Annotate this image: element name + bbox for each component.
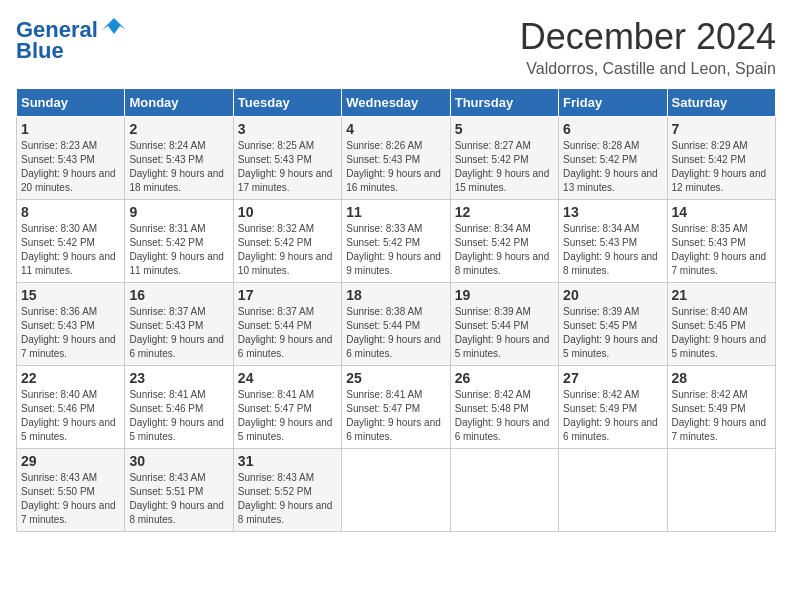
cell-text: Sunrise: 8:43 AMSunset: 5:52 PMDaylight:… (238, 472, 333, 525)
day-number: 28 (672, 370, 771, 386)
col-header-tuesday: Tuesday (233, 89, 341, 117)
calendar-cell: 7 Sunrise: 8:29 AMSunset: 5:42 PMDayligh… (667, 117, 775, 200)
calendar-cell: 5 Sunrise: 8:27 AMSunset: 5:42 PMDayligh… (450, 117, 558, 200)
calendar-cell: 28 Sunrise: 8:42 AMSunset: 5:49 PMDaylig… (667, 366, 775, 449)
day-number: 2 (129, 121, 228, 137)
cell-text: Sunrise: 8:38 AMSunset: 5:44 PMDaylight:… (346, 306, 441, 359)
day-number: 15 (21, 287, 120, 303)
calendar-cell: 31 Sunrise: 8:43 AMSunset: 5:52 PMDaylig… (233, 449, 341, 532)
day-number: 29 (21, 453, 120, 469)
day-number: 21 (672, 287, 771, 303)
calendar-cell: 25 Sunrise: 8:41 AMSunset: 5:47 PMDaylig… (342, 366, 450, 449)
calendar-cell (559, 449, 667, 532)
calendar-cell: 9 Sunrise: 8:31 AMSunset: 5:42 PMDayligh… (125, 200, 233, 283)
day-number: 7 (672, 121, 771, 137)
cell-text: Sunrise: 8:43 AMSunset: 5:51 PMDaylight:… (129, 472, 224, 525)
day-number: 17 (238, 287, 337, 303)
day-number: 4 (346, 121, 445, 137)
day-number: 14 (672, 204, 771, 220)
calendar-cell: 8 Sunrise: 8:30 AMSunset: 5:42 PMDayligh… (17, 200, 125, 283)
cell-text: Sunrise: 8:41 AMSunset: 5:47 PMDaylight:… (238, 389, 333, 442)
cell-text: Sunrise: 8:34 AMSunset: 5:42 PMDaylight:… (455, 223, 550, 276)
day-number: 13 (563, 204, 662, 220)
cell-text: Sunrise: 8:34 AMSunset: 5:43 PMDaylight:… (563, 223, 658, 276)
cell-text: Sunrise: 8:33 AMSunset: 5:42 PMDaylight:… (346, 223, 441, 276)
calendar-cell: 2 Sunrise: 8:24 AMSunset: 5:43 PMDayligh… (125, 117, 233, 200)
day-number: 27 (563, 370, 662, 386)
day-number: 1 (21, 121, 120, 137)
logo-bird-icon (100, 16, 128, 44)
day-number: 22 (21, 370, 120, 386)
cell-text: Sunrise: 8:32 AMSunset: 5:42 PMDaylight:… (238, 223, 333, 276)
cell-text: Sunrise: 8:25 AMSunset: 5:43 PMDaylight:… (238, 140, 333, 193)
cell-text: Sunrise: 8:39 AMSunset: 5:44 PMDaylight:… (455, 306, 550, 359)
calendar-table: SundayMondayTuesdayWednesdayThursdayFrid… (16, 88, 776, 532)
col-header-saturday: Saturday (667, 89, 775, 117)
col-header-sunday: Sunday (17, 89, 125, 117)
calendar-cell: 21 Sunrise: 8:40 AMSunset: 5:45 PMDaylig… (667, 283, 775, 366)
day-number: 19 (455, 287, 554, 303)
cell-text: Sunrise: 8:35 AMSunset: 5:43 PMDaylight:… (672, 223, 767, 276)
day-number: 26 (455, 370, 554, 386)
cell-text: Sunrise: 8:26 AMSunset: 5:43 PMDaylight:… (346, 140, 441, 193)
day-number: 16 (129, 287, 228, 303)
day-number: 6 (563, 121, 662, 137)
cell-text: Sunrise: 8:31 AMSunset: 5:42 PMDaylight:… (129, 223, 224, 276)
day-number: 12 (455, 204, 554, 220)
col-header-wednesday: Wednesday (342, 89, 450, 117)
cell-text: Sunrise: 8:30 AMSunset: 5:42 PMDaylight:… (21, 223, 116, 276)
day-number: 9 (129, 204, 228, 220)
day-number: 20 (563, 287, 662, 303)
calendar-cell: 20 Sunrise: 8:39 AMSunset: 5:45 PMDaylig… (559, 283, 667, 366)
calendar-cell (342, 449, 450, 532)
calendar-cell: 6 Sunrise: 8:28 AMSunset: 5:42 PMDayligh… (559, 117, 667, 200)
location-title: Valdorros, Castille and Leon, Spain (520, 60, 776, 78)
day-number: 23 (129, 370, 228, 386)
cell-text: Sunrise: 8:42 AMSunset: 5:48 PMDaylight:… (455, 389, 550, 442)
cell-text: Sunrise: 8:37 AMSunset: 5:43 PMDaylight:… (129, 306, 224, 359)
cell-text: Sunrise: 8:24 AMSunset: 5:43 PMDaylight:… (129, 140, 224, 193)
day-number: 24 (238, 370, 337, 386)
day-number: 10 (238, 204, 337, 220)
cell-text: Sunrise: 8:36 AMSunset: 5:43 PMDaylight:… (21, 306, 116, 359)
cell-text: Sunrise: 8:28 AMSunset: 5:42 PMDaylight:… (563, 140, 658, 193)
calendar-cell: 15 Sunrise: 8:36 AMSunset: 5:43 PMDaylig… (17, 283, 125, 366)
cell-text: Sunrise: 8:39 AMSunset: 5:45 PMDaylight:… (563, 306, 658, 359)
cell-text: Sunrise: 8:41 AMSunset: 5:47 PMDaylight:… (346, 389, 441, 442)
title-area: December 2024 Valdorros, Castille and Le… (520, 16, 776, 78)
day-number: 25 (346, 370, 445, 386)
calendar-cell: 19 Sunrise: 8:39 AMSunset: 5:44 PMDaylig… (450, 283, 558, 366)
month-title: December 2024 (520, 16, 776, 58)
day-number: 3 (238, 121, 337, 137)
cell-text: Sunrise: 8:43 AMSunset: 5:50 PMDaylight:… (21, 472, 116, 525)
calendar-cell: 23 Sunrise: 8:41 AMSunset: 5:46 PMDaylig… (125, 366, 233, 449)
calendar-cell: 27 Sunrise: 8:42 AMSunset: 5:49 PMDaylig… (559, 366, 667, 449)
calendar-cell: 16 Sunrise: 8:37 AMSunset: 5:43 PMDaylig… (125, 283, 233, 366)
cell-text: Sunrise: 8:42 AMSunset: 5:49 PMDaylight:… (563, 389, 658, 442)
col-header-thursday: Thursday (450, 89, 558, 117)
calendar-cell (667, 449, 775, 532)
logo-blue: Blue (16, 38, 64, 64)
col-header-monday: Monday (125, 89, 233, 117)
calendar-cell: 1 Sunrise: 8:23 AMSunset: 5:43 PMDayligh… (17, 117, 125, 200)
calendar-cell: 12 Sunrise: 8:34 AMSunset: 5:42 PMDaylig… (450, 200, 558, 283)
calendar-cell: 17 Sunrise: 8:37 AMSunset: 5:44 PMDaylig… (233, 283, 341, 366)
calendar-cell: 22 Sunrise: 8:40 AMSunset: 5:46 PMDaylig… (17, 366, 125, 449)
cell-text: Sunrise: 8:29 AMSunset: 5:42 PMDaylight:… (672, 140, 767, 193)
day-number: 8 (21, 204, 120, 220)
day-number: 11 (346, 204, 445, 220)
cell-text: Sunrise: 8:42 AMSunset: 5:49 PMDaylight:… (672, 389, 767, 442)
svg-marker-0 (102, 18, 126, 34)
cell-text: Sunrise: 8:40 AMSunset: 5:45 PMDaylight:… (672, 306, 767, 359)
day-number: 18 (346, 287, 445, 303)
cell-text: Sunrise: 8:41 AMSunset: 5:46 PMDaylight:… (129, 389, 224, 442)
header: General Blue December 2024 Valdorros, Ca… (16, 16, 776, 78)
col-header-friday: Friday (559, 89, 667, 117)
logo: General Blue (16, 16, 128, 64)
calendar-cell: 11 Sunrise: 8:33 AMSunset: 5:42 PMDaylig… (342, 200, 450, 283)
calendar-cell: 13 Sunrise: 8:34 AMSunset: 5:43 PMDaylig… (559, 200, 667, 283)
calendar-cell: 4 Sunrise: 8:26 AMSunset: 5:43 PMDayligh… (342, 117, 450, 200)
calendar-cell: 14 Sunrise: 8:35 AMSunset: 5:43 PMDaylig… (667, 200, 775, 283)
calendar-cell: 3 Sunrise: 8:25 AMSunset: 5:43 PMDayligh… (233, 117, 341, 200)
cell-text: Sunrise: 8:37 AMSunset: 5:44 PMDaylight:… (238, 306, 333, 359)
